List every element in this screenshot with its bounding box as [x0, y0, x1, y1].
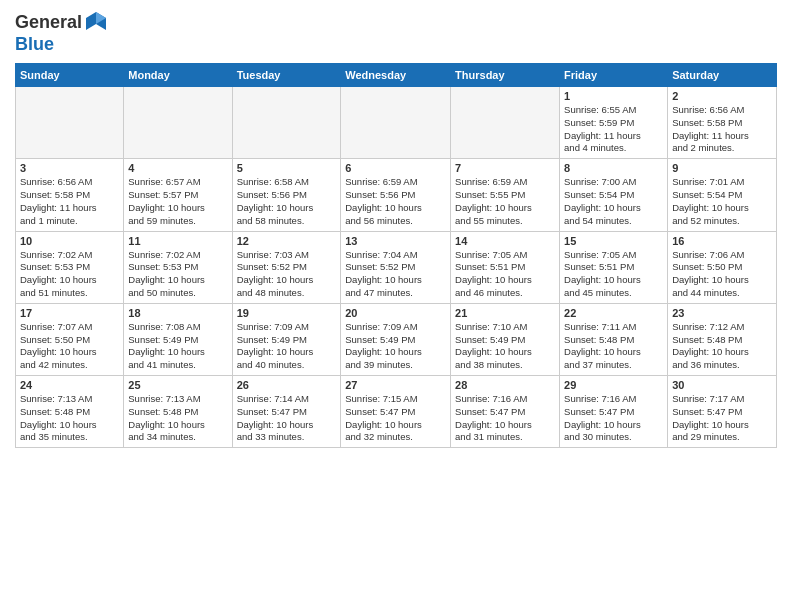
day-info: Sunrise: 6:59 AMSunset: 5:56 PMDaylight:…: [345, 176, 446, 227]
calendar-day-cell: 22Sunrise: 7:11 AMSunset: 5:48 PMDayligh…: [560, 303, 668, 375]
day-number: 1: [564, 90, 663, 102]
day-number: 9: [672, 162, 772, 174]
day-info: Sunrise: 7:15 AMSunset: 5:47 PMDaylight:…: [345, 393, 446, 444]
logo-general-text: General: [15, 12, 82, 33]
day-info: Sunrise: 7:11 AMSunset: 5:48 PMDaylight:…: [564, 321, 663, 372]
calendar-day-cell: 23Sunrise: 7:12 AMSunset: 5:48 PMDayligh…: [668, 303, 777, 375]
calendar-day-cell: 24Sunrise: 7:13 AMSunset: 5:48 PMDayligh…: [16, 376, 124, 448]
day-number: 13: [345, 235, 446, 247]
day-info: Sunrise: 7:02 AMSunset: 5:53 PMDaylight:…: [128, 249, 227, 300]
day-number: 25: [128, 379, 227, 391]
calendar-day-cell: [16, 87, 124, 159]
day-info: Sunrise: 7:07 AMSunset: 5:50 PMDaylight:…: [20, 321, 119, 372]
day-number: 8: [564, 162, 663, 174]
calendar-day-cell: 29Sunrise: 7:16 AMSunset: 5:47 PMDayligh…: [560, 376, 668, 448]
day-info: Sunrise: 7:03 AMSunset: 5:52 PMDaylight:…: [237, 249, 337, 300]
calendar-week-row: 1Sunrise: 6:55 AMSunset: 5:59 PMDaylight…: [16, 87, 777, 159]
page: General Blue SundayMondayTuesdayWednesda…: [0, 0, 792, 612]
weekday-header: Saturday: [668, 64, 777, 87]
calendar-week-row: 10Sunrise: 7:02 AMSunset: 5:53 PMDayligh…: [16, 231, 777, 303]
day-number: 15: [564, 235, 663, 247]
day-number: 4: [128, 162, 227, 174]
day-info: Sunrise: 6:56 AMSunset: 5:58 PMDaylight:…: [672, 104, 772, 155]
day-info: Sunrise: 7:16 AMSunset: 5:47 PMDaylight:…: [455, 393, 555, 444]
calendar-day-cell: [341, 87, 451, 159]
calendar-header-row: SundayMondayTuesdayWednesdayThursdayFrid…: [16, 64, 777, 87]
weekday-header: Friday: [560, 64, 668, 87]
calendar-day-cell: 17Sunrise: 7:07 AMSunset: 5:50 PMDayligh…: [16, 303, 124, 375]
day-number: 29: [564, 379, 663, 391]
calendar-day-cell: 9Sunrise: 7:01 AMSunset: 5:54 PMDaylight…: [668, 159, 777, 231]
calendar-day-cell: 18Sunrise: 7:08 AMSunset: 5:49 PMDayligh…: [124, 303, 232, 375]
calendar-day-cell: 20Sunrise: 7:09 AMSunset: 5:49 PMDayligh…: [341, 303, 451, 375]
day-number: 22: [564, 307, 663, 319]
calendar-day-cell: 27Sunrise: 7:15 AMSunset: 5:47 PMDayligh…: [341, 376, 451, 448]
header: General Blue: [15, 10, 777, 55]
calendar-week-row: 3Sunrise: 6:56 AMSunset: 5:58 PMDaylight…: [16, 159, 777, 231]
day-info: Sunrise: 7:01 AMSunset: 5:54 PMDaylight:…: [672, 176, 772, 227]
day-number: 19: [237, 307, 337, 319]
day-number: 12: [237, 235, 337, 247]
day-info: Sunrise: 7:13 AMSunset: 5:48 PMDaylight:…: [128, 393, 227, 444]
weekday-header: Wednesday: [341, 64, 451, 87]
day-info: Sunrise: 6:55 AMSunset: 5:59 PMDaylight:…: [564, 104, 663, 155]
day-number: 10: [20, 235, 119, 247]
day-info: Sunrise: 7:16 AMSunset: 5:47 PMDaylight:…: [564, 393, 663, 444]
day-number: 18: [128, 307, 227, 319]
day-info: Sunrise: 7:05 AMSunset: 5:51 PMDaylight:…: [455, 249, 555, 300]
day-number: 20: [345, 307, 446, 319]
day-number: 3: [20, 162, 119, 174]
logo-blue-text: Blue: [15, 34, 54, 55]
calendar-day-cell: 10Sunrise: 7:02 AMSunset: 5:53 PMDayligh…: [16, 231, 124, 303]
day-info: Sunrise: 7:09 AMSunset: 5:49 PMDaylight:…: [345, 321, 446, 372]
day-number: 28: [455, 379, 555, 391]
day-number: 17: [20, 307, 119, 319]
day-number: 26: [237, 379, 337, 391]
logo-icon: [84, 10, 108, 34]
calendar-day-cell: [232, 87, 341, 159]
calendar-table: SundayMondayTuesdayWednesdayThursdayFrid…: [15, 63, 777, 448]
day-info: Sunrise: 7:10 AMSunset: 5:49 PMDaylight:…: [455, 321, 555, 372]
calendar-week-row: 24Sunrise: 7:13 AMSunset: 5:48 PMDayligh…: [16, 376, 777, 448]
calendar-day-cell: 28Sunrise: 7:16 AMSunset: 5:47 PMDayligh…: [451, 376, 560, 448]
calendar-day-cell: 2Sunrise: 6:56 AMSunset: 5:58 PMDaylight…: [668, 87, 777, 159]
day-number: 23: [672, 307, 772, 319]
calendar-day-cell: 14Sunrise: 7:05 AMSunset: 5:51 PMDayligh…: [451, 231, 560, 303]
day-number: 30: [672, 379, 772, 391]
day-info: Sunrise: 7:06 AMSunset: 5:50 PMDaylight:…: [672, 249, 772, 300]
day-number: 16: [672, 235, 772, 247]
calendar-day-cell: 12Sunrise: 7:03 AMSunset: 5:52 PMDayligh…: [232, 231, 341, 303]
logo: General Blue: [15, 10, 108, 55]
calendar-day-cell: 3Sunrise: 6:56 AMSunset: 5:58 PMDaylight…: [16, 159, 124, 231]
day-info: Sunrise: 7:08 AMSunset: 5:49 PMDaylight:…: [128, 321, 227, 372]
calendar-day-cell: 21Sunrise: 7:10 AMSunset: 5:49 PMDayligh…: [451, 303, 560, 375]
day-number: 5: [237, 162, 337, 174]
calendar-day-cell: 13Sunrise: 7:04 AMSunset: 5:52 PMDayligh…: [341, 231, 451, 303]
day-number: 27: [345, 379, 446, 391]
calendar-day-cell: 19Sunrise: 7:09 AMSunset: 5:49 PMDayligh…: [232, 303, 341, 375]
day-info: Sunrise: 7:00 AMSunset: 5:54 PMDaylight:…: [564, 176, 663, 227]
day-number: 24: [20, 379, 119, 391]
day-info: Sunrise: 6:58 AMSunset: 5:56 PMDaylight:…: [237, 176, 337, 227]
calendar-day-cell: 26Sunrise: 7:14 AMSunset: 5:47 PMDayligh…: [232, 376, 341, 448]
day-info: Sunrise: 7:13 AMSunset: 5:48 PMDaylight:…: [20, 393, 119, 444]
day-number: 11: [128, 235, 227, 247]
day-info: Sunrise: 6:57 AMSunset: 5:57 PMDaylight:…: [128, 176, 227, 227]
weekday-header: Monday: [124, 64, 232, 87]
day-info: Sunrise: 7:04 AMSunset: 5:52 PMDaylight:…: [345, 249, 446, 300]
weekday-header: Sunday: [16, 64, 124, 87]
calendar-day-cell: [124, 87, 232, 159]
calendar-day-cell: 11Sunrise: 7:02 AMSunset: 5:53 PMDayligh…: [124, 231, 232, 303]
day-number: 21: [455, 307, 555, 319]
calendar-day-cell: 25Sunrise: 7:13 AMSunset: 5:48 PMDayligh…: [124, 376, 232, 448]
calendar-day-cell: 4Sunrise: 6:57 AMSunset: 5:57 PMDaylight…: [124, 159, 232, 231]
day-number: 2: [672, 90, 772, 102]
day-info: Sunrise: 7:12 AMSunset: 5:48 PMDaylight:…: [672, 321, 772, 372]
day-info: Sunrise: 7:05 AMSunset: 5:51 PMDaylight:…: [564, 249, 663, 300]
day-number: 7: [455, 162, 555, 174]
calendar-day-cell: 1Sunrise: 6:55 AMSunset: 5:59 PMDaylight…: [560, 87, 668, 159]
day-info: Sunrise: 7:09 AMSunset: 5:49 PMDaylight:…: [237, 321, 337, 372]
calendar-day-cell: 15Sunrise: 7:05 AMSunset: 5:51 PMDayligh…: [560, 231, 668, 303]
day-info: Sunrise: 6:59 AMSunset: 5:55 PMDaylight:…: [455, 176, 555, 227]
calendar-day-cell: 30Sunrise: 7:17 AMSunset: 5:47 PMDayligh…: [668, 376, 777, 448]
